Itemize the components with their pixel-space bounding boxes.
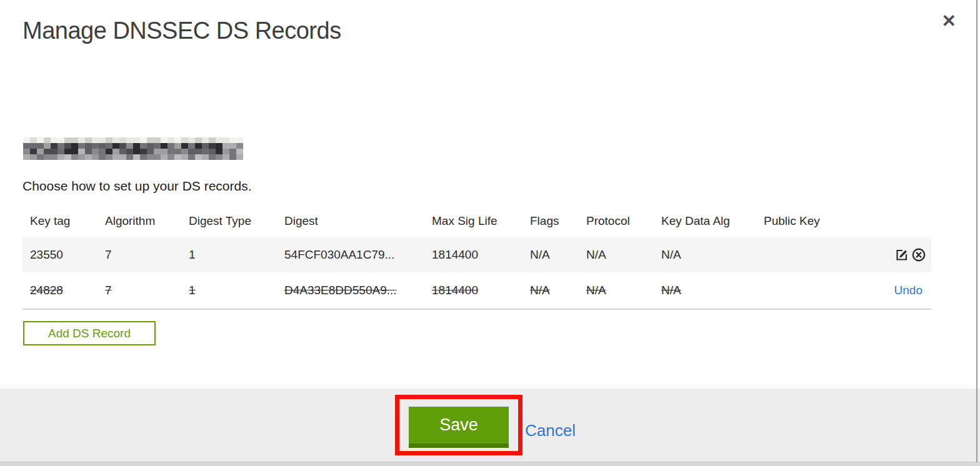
table-header-row: Key tag Algorithm Digest Type Digest Max… (22, 206, 931, 236)
modal-right-border (976, 0, 978, 462)
col-header-key-data-alg: Key Data Alg (654, 214, 756, 228)
row-actions (850, 247, 931, 262)
row-actions: Undo (850, 284, 931, 297)
cell-key-tag: 24828 (22, 284, 98, 297)
ds-records-table: Key tag Algorithm Digest Type Digest Max… (22, 206, 931, 310)
cell-key-tag: 23550 (22, 248, 98, 262)
col-header-digest: Digest (277, 214, 424, 228)
col-header-flags: Flags (522, 214, 579, 228)
col-header-digest-type: Digest Type (181, 214, 277, 228)
delete-circle-icon[interactable] (911, 247, 926, 262)
add-ds-record-button[interactable]: Add DS Record (23, 321, 156, 345)
table-row: 23550 7 1 54FCF030AA1C79... 1814400 N/A … (22, 237, 931, 272)
footer-bar: Save Cancel (0, 389, 980, 462)
save-button[interactable]: Save (409, 407, 509, 448)
cell-digest-type: 1 (181, 284, 277, 297)
cell-protocol: N/A (579, 284, 654, 297)
cell-flags: N/A (522, 284, 579, 297)
cell-digest-type: 1 (181, 248, 277, 262)
cell-algorithm: 7 (98, 284, 181, 297)
cell-max-sig-life: 1814400 (424, 248, 522, 262)
redacted-domain (23, 137, 243, 160)
edit-icon[interactable] (894, 247, 909, 262)
col-header-max-sig-life: Max Sig Life (424, 214, 522, 228)
cancel-link[interactable]: Cancel (525, 421, 576, 440)
col-header-public-key: Public Key (756, 214, 850, 228)
red-annotation-rectangle: Save (395, 395, 522, 455)
page-title: Manage DNSSEC DS Records (22, 17, 341, 44)
manage-dnssec-modal: Manage DNSSEC DS Records ✕ Choose how to… (0, 0, 980, 466)
cell-protocol: N/A (579, 248, 654, 262)
col-header-protocol: Protocol (579, 214, 654, 228)
cell-key-data-alg: N/A (654, 284, 756, 297)
close-icon[interactable]: ✕ (942, 12, 956, 30)
cell-flags: N/A (522, 248, 579, 262)
cell-max-sig-life: 1814400 (424, 284, 522, 297)
table-row-deleted: 24828 7 1 D4A33E8DD550A9... 1814400 N/A … (22, 272, 931, 310)
cell-digest: 54FCF030AA1C79... (277, 248, 424, 262)
instruction-text: Choose how to set up your DS records. (22, 179, 252, 194)
undo-link[interactable]: Undo (894, 284, 926, 297)
col-header-algorithm: Algorithm (98, 214, 181, 228)
col-header-key-tag: Key tag (22, 214, 98, 228)
page-bottom-strip (0, 462, 980, 466)
cell-algorithm: 7 (98, 248, 181, 262)
cell-digest: D4A33E8DD550A9... (277, 284, 424, 297)
cell-key-data-alg: N/A (654, 248, 756, 262)
